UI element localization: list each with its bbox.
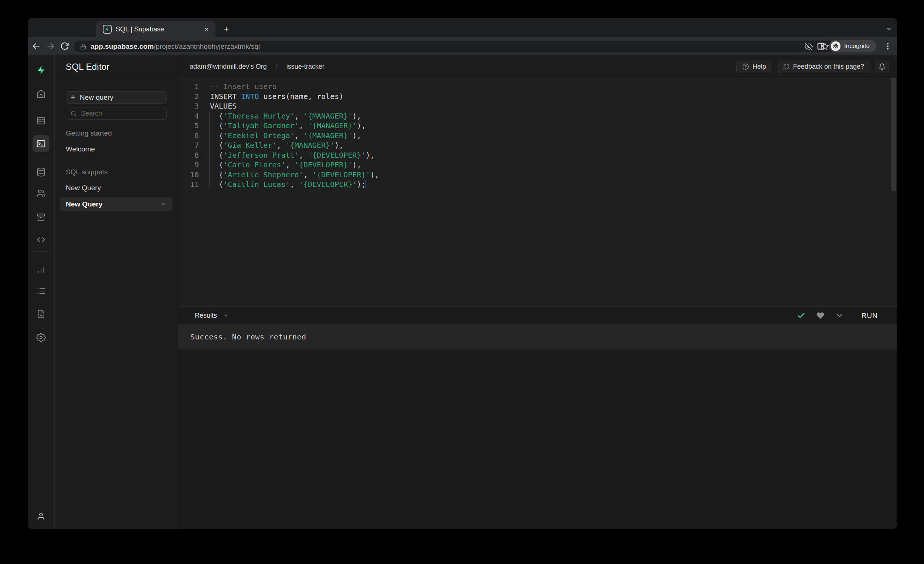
line-number: 10 bbox=[178, 170, 204, 180]
help-button[interactable]: Help bbox=[736, 61, 772, 73]
search-input[interactable] bbox=[81, 110, 155, 117]
url-bar[interactable]: app.supabase.com/project/azahtnhqohyjerz… bbox=[74, 40, 837, 52]
sidebar-item-new-query-selected[interactable]: New Query bbox=[60, 197, 172, 211]
code-line[interactable]: 5 ('Taliyah Gardner', '{MANAGER}'), bbox=[178, 121, 897, 131]
query-result-message-row: Success. No rows returned bbox=[178, 324, 897, 349]
code-text: ('Jefferson Pratt', '{DEVELOPER}'), bbox=[204, 150, 375, 160]
browser-menu-icon[interactable] bbox=[884, 42, 892, 51]
indent-guide bbox=[209, 112, 210, 187]
code-line[interactable]: 8 ('Jefferson Pratt', '{DEVELOPER}'), bbox=[178, 150, 897, 160]
auth-users-icon[interactable] bbox=[36, 188, 46, 198]
page-title: SQL Editor bbox=[66, 62, 110, 72]
table-editor-icon[interactable] bbox=[36, 116, 46, 126]
code-line[interactable]: 6 ('Ezekiel Ortega', '{MANAGER}'), bbox=[178, 131, 897, 141]
database-icon[interactable] bbox=[36, 167, 46, 177]
main-header: adam@windmill.dev's Org / issue-tracker … bbox=[178, 55, 897, 78]
breadcrumb-separator: / bbox=[276, 63, 278, 70]
eye-off-icon[interactable] bbox=[805, 42, 813, 51]
code-line[interactable]: 7 ('Gia Keller', '{MANAGER}'), bbox=[178, 141, 897, 150]
text-cursor bbox=[366, 180, 366, 188]
section-label-getting-started: Getting started bbox=[66, 129, 167, 138]
new-query-button[interactable]: + New query bbox=[66, 91, 167, 104]
url-text: app.supabase.com/project/azahtnhqohyjerz… bbox=[90, 42, 805, 51]
lock-icon bbox=[80, 43, 87, 50]
line-number: 3 bbox=[178, 101, 204, 111]
favorite-heart-icon[interactable] bbox=[816, 311, 825, 320]
incognito-badge[interactable]: Incognito bbox=[829, 40, 876, 52]
line-number: 11 bbox=[178, 180, 204, 190]
breadcrumb-project[interactable]: issue-tracker bbox=[286, 63, 324, 70]
new-tab-button[interactable]: + bbox=[221, 24, 231, 34]
code-text: ('Taliyah Gardner', '{MANAGER}'), bbox=[204, 121, 366, 131]
logs-list-icon[interactable] bbox=[36, 286, 46, 296]
home-icon[interactable] bbox=[36, 89, 46, 99]
line-number: 5 bbox=[178, 121, 204, 131]
empty-results-area bbox=[178, 349, 897, 529]
rail-divider bbox=[33, 106, 50, 106]
line-number: 8 bbox=[178, 150, 204, 160]
code-text: ('Carlo Flores', '{DEVELOPER}'), bbox=[204, 160, 361, 170]
results-dropdown[interactable]: Results bbox=[195, 312, 229, 320]
tab-search-chevron-icon[interactable] bbox=[886, 26, 892, 32]
editor-scrollbar[interactable] bbox=[891, 78, 896, 191]
line-number: 2 bbox=[178, 91, 204, 102]
sql-sidebar-panel: SQL Editor + New query Getting started W… bbox=[55, 55, 178, 529]
code-text: ('Gia Keller', '{MANAGER}'), bbox=[204, 141, 344, 150]
run-options-chevron-icon[interactable] bbox=[835, 311, 844, 320]
rail-divider bbox=[33, 158, 50, 158]
code-line[interactable]: 9 ('Carlo Flores', '{DEVELOPER}'), bbox=[178, 160, 897, 170]
breadcrumb-org[interactable]: adam@windmill.dev's Org bbox=[190, 63, 267, 70]
selected-snippet-label: New Query bbox=[66, 200, 102, 208]
code-line[interactable]: 10 ('Arielle Shepherd', '{DEVELOPER}'), bbox=[178, 170, 897, 180]
storage-icon[interactable] bbox=[36, 212, 46, 222]
feedback-button-label: Feedback on this page? bbox=[793, 63, 864, 70]
section-label-sql-snippets: SQL snippets bbox=[66, 168, 167, 176]
sql-code-editor[interactable]: 1-- Insert users2INSERT INTO users(name,… bbox=[178, 78, 897, 307]
line-number: 9 bbox=[178, 160, 204, 170]
code-line[interactable]: 1-- Insert users bbox=[178, 82, 897, 91]
code-line[interactable]: 4 ('Theresa Hurley', '{MANAGER}'), bbox=[178, 111, 897, 121]
supabase-logo-icon[interactable] bbox=[36, 65, 46, 75]
sidebar-item-welcome[interactable]: Welcome bbox=[66, 145, 167, 153]
url-path: /project/azahtnhqohyjerzaxtmk/sql bbox=[154, 42, 260, 50]
run-button[interactable]: RUN bbox=[861, 312, 878, 320]
breadcrumb: adam@windmill.dev's Org / issue-tracker bbox=[190, 63, 324, 70]
code-line[interactable]: 3VALUES bbox=[178, 101, 897, 111]
search-box[interactable] bbox=[66, 107, 167, 120]
sql-editor-icon-selected[interactable] bbox=[33, 135, 50, 152]
refresh-icon[interactable] bbox=[60, 42, 69, 51]
side-panel-icon[interactable] bbox=[816, 42, 825, 51]
feedback-button[interactable]: Feedback on this page? bbox=[777, 61, 870, 73]
code-lines: 1-- Insert users2INSERT INTO users(name,… bbox=[178, 82, 897, 190]
browser-tab[interactable]: SQL | Supabase × bbox=[96, 21, 216, 37]
reports-chart-icon[interactable] bbox=[36, 265, 46, 274]
back-icon[interactable] bbox=[32, 42, 40, 51]
tab-strip: SQL | Supabase × + bbox=[28, 18, 897, 37]
chevron-down-icon[interactable] bbox=[160, 201, 166, 207]
account-user-icon[interactable] bbox=[36, 512, 46, 521]
help-circle-icon bbox=[742, 63, 749, 70]
code-line[interactable]: 2INSERT INTO users(name, roles) bbox=[178, 91, 897, 102]
sidebar-item-new-query[interactable]: New Query bbox=[66, 184, 167, 192]
code-text: INSERT INTO users(name, roles) bbox=[204, 91, 344, 102]
code-line[interactable]: 11 ('Caitlin Lucas', '{DEVELOPER}'); bbox=[178, 180, 897, 190]
results-toolbar: Results RUN bbox=[178, 307, 897, 324]
browser-window: SQL | Supabase × + app.supabase.com/proj… bbox=[28, 18, 897, 529]
results-label: Results bbox=[195, 312, 217, 320]
edge-functions-icon[interactable] bbox=[36, 235, 46, 244]
settings-gear-icon[interactable] bbox=[36, 333, 46, 343]
api-docs-icon[interactable] bbox=[36, 309, 46, 319]
notifications-button[interactable] bbox=[875, 61, 889, 73]
panel-header: SQL Editor bbox=[55, 55, 178, 78]
new-query-button-label: New query bbox=[80, 93, 114, 102]
code-text: ('Ezekiel Ortega', '{MANAGER}'), bbox=[204, 131, 361, 141]
line-number: 4 bbox=[178, 111, 204, 121]
forward-icon[interactable] bbox=[46, 42, 55, 51]
code-text: ('Theresa Hurley', '{MANAGER}'), bbox=[204, 111, 361, 121]
plus-icon: + bbox=[70, 94, 75, 101]
nav-rail bbox=[28, 55, 55, 529]
line-number: 1 bbox=[178, 82, 204, 91]
close-tab-icon[interactable]: × bbox=[201, 24, 212, 34]
rail-divider bbox=[33, 251, 50, 251]
line-number: 6 bbox=[178, 131, 204, 141]
